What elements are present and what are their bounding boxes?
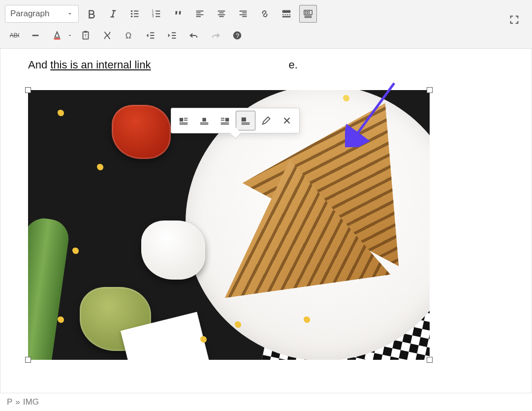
resize-handle-bl[interactable] (25, 357, 31, 363)
svg-text:3: 3 (152, 14, 154, 18)
editor-toolbar: Paragraph 123 ABC T Ω ? (0, 2, 532, 49)
img-edit-button[interactable] (256, 111, 276, 130)
horizontal-rule-button[interactable] (27, 27, 44, 44)
content-paragraph[interactable]: And this is an internal linke. (28, 59, 504, 71)
svg-rect-11 (309, 11, 310, 12)
numbered-list-button[interactable]: 123 (148, 5, 165, 23)
undo-button[interactable] (185, 27, 203, 44)
editor-canvas[interactable]: And this is an internal linke. (0, 49, 532, 393)
img-align-right-button[interactable] (215, 111, 235, 130)
svg-rect-13 (307, 13, 308, 14)
bullet-list-button[interactable] (126, 5, 144, 23)
strikethrough-button[interactable]: ABC (5, 27, 23, 44)
img-align-none-button[interactable] (236, 111, 255, 130)
svg-point-1 (131, 13, 133, 15)
align-right-button[interactable] (234, 5, 252, 23)
resize-handle-br[interactable] (427, 357, 433, 363)
outdent-button[interactable] (142, 27, 159, 44)
svg-rect-7 (282, 16, 291, 18)
svg-rect-8 (304, 10, 313, 15)
indent-button[interactable] (163, 27, 181, 44)
blockquote-button[interactable] (169, 5, 187, 23)
svg-rect-9 (305, 11, 307, 12)
chevron-down-icon (66, 10, 73, 17)
bold-button[interactable] (83, 5, 100, 23)
text-suffix: e. (288, 59, 297, 71)
img-align-left-button[interactable] (174, 111, 193, 130)
svg-rect-6 (282, 10, 291, 13)
svg-rect-18 (84, 31, 87, 33)
svg-rect-26 (242, 118, 246, 122)
breadcrumb-img[interactable]: IMG (23, 397, 39, 407)
image-float-toolbar (171, 108, 300, 133)
svg-rect-24 (202, 118, 206, 122)
svg-rect-10 (307, 11, 308, 12)
clear-format-button[interactable] (98, 27, 116, 44)
svg-rect-23 (180, 118, 183, 122)
paste-text-button[interactable]: T (77, 27, 94, 44)
chevron-down-icon[interactable] (67, 32, 73, 38)
redo-button[interactable] (207, 27, 224, 44)
breadcrumb-p[interactable]: P (7, 397, 12, 407)
svg-text:ABC: ABC (10, 32, 19, 39)
svg-point-2 (131, 16, 133, 18)
svg-rect-12 (305, 13, 307, 14)
special-char-button[interactable]: Ω (120, 27, 138, 44)
italic-button[interactable] (104, 5, 122, 23)
format-dropdown[interactable]: Paragraph (5, 5, 79, 23)
status-bar: P » IMG (0, 393, 532, 411)
svg-text:Ω: Ω (125, 31, 131, 40)
text-color-button[interactable] (48, 27, 66, 44)
svg-rect-14 (309, 13, 310, 14)
svg-text:?: ? (236, 32, 239, 39)
svg-rect-16 (54, 38, 61, 40)
svg-text:T: T (84, 34, 87, 38)
align-center-button[interactable] (213, 5, 230, 23)
svg-point-0 (131, 10, 133, 12)
fullscreen-button[interactable] (505, 11, 523, 29)
resize-handle-tr[interactable] (427, 87, 433, 93)
img-remove-button[interactable] (277, 111, 297, 130)
toolbar-toggle-button[interactable] (299, 5, 317, 23)
breadcrumb-sep: » (15, 397, 20, 407)
read-more-button[interactable] (278, 5, 295, 23)
internal-link[interactable]: this is an internal link (50, 59, 151, 71)
text-prefix: And (28, 59, 50, 71)
img-align-center-button[interactable] (194, 111, 214, 130)
help-button[interactable]: ? (228, 27, 246, 44)
svg-rect-25 (225, 118, 229, 122)
align-left-button[interactable] (191, 5, 209, 23)
resize-handle-tl[interactable] (25, 87, 31, 93)
insert-link-button[interactable] (256, 5, 274, 23)
format-dropdown-label: Paragraph (10, 9, 49, 19)
